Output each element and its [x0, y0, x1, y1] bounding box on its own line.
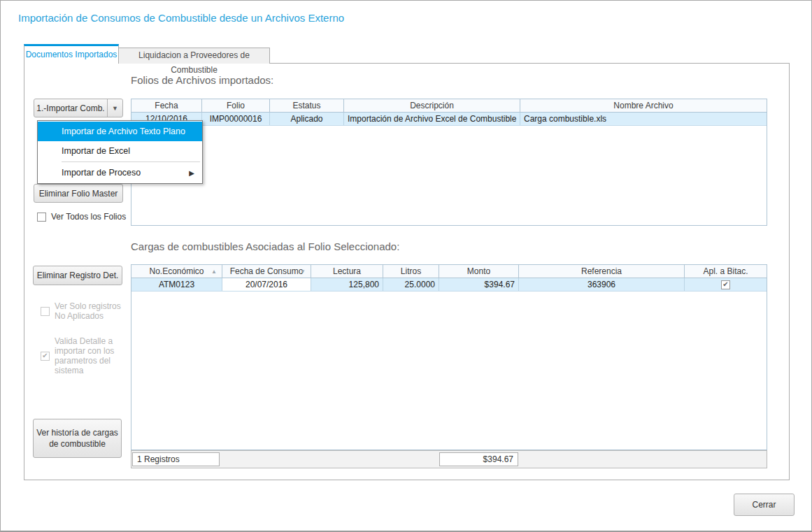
- cargas-grid-header: No.Económico ▲ Fecha de Consumo ▼ Lectur…: [131, 265, 767, 278]
- cargas-grid-footer: 1 Registros $394.67: [131, 450, 767, 468]
- cell-estatus[interactable]: Aplicado: [270, 113, 344, 125]
- column-header-fecha[interactable]: Fecha: [131, 99, 202, 112]
- cerrar-button[interactable]: Cerrar: [734, 494, 795, 516]
- checkbox-icon: [41, 307, 50, 316]
- apl-a-bitac-checkbox[interactable]: ✔: [721, 280, 730, 289]
- cell-nombre-archivo[interactable]: Carga combustible.xls: [520, 113, 767, 125]
- ver-historia-cargas-button[interactable]: Ver historía de cargas de combustible: [33, 419, 122, 458]
- column-header-descripcion[interactable]: Descripción: [344, 99, 520, 112]
- no-economico-label: No.Económico: [149, 266, 204, 276]
- fecha-consumo-label: Fecha de Consumo: [230, 266, 304, 276]
- menu-item-importar-proceso[interactable]: Importar de Proceso ▶: [38, 163, 202, 182]
- filter-down-icon[interactable]: ▼: [300, 268, 306, 275]
- sort-asc-icon[interactable]: ▲: [211, 268, 217, 275]
- cell-no-economico[interactable]: ATM0123: [131, 278, 222, 291]
- page-title: Importación de Consumos de Combustible d…: [18, 12, 344, 24]
- monto-total-box: $394.67: [439, 452, 518, 466]
- column-header-estatus[interactable]: Estatus: [270, 99, 344, 112]
- checkbox-icon[interactable]: [37, 213, 46, 222]
- cell-folio[interactable]: IMP00000016: [202, 113, 270, 125]
- column-header-apl-a-bitac[interactable]: Apl. a Bitac.: [685, 265, 767, 278]
- column-header-litros[interactable]: Litros: [383, 265, 439, 278]
- ver-todos-los-folios-label: Ver Todos los Folios: [51, 212, 126, 222]
- ver-solo-registros-label: Ver Solo registros No Aplicados: [55, 301, 128, 321]
- cell-apl-a-bitac: ✔: [685, 278, 767, 291]
- folios-table-row[interactable]: 12/10/2016 IMP00000016 Aplicado Importac…: [131, 113, 767, 126]
- eliminar-registro-det-button[interactable]: Eliminar Registro Det.: [33, 266, 122, 285]
- column-header-referencia[interactable]: Referencia: [519, 265, 685, 278]
- cargas-grid: No.Económico ▲ Fecha de Consumo ▼ Lectur…: [131, 264, 767, 450]
- checkmark-icon: ✔: [41, 352, 50, 361]
- column-header-monto[interactable]: Monto: [439, 265, 519, 278]
- folios-section-title: Folios de Archivos importados:: [131, 74, 273, 86]
- import-window: Importación de Consumos de Combustible d…: [0, 0, 812, 532]
- chevron-down-icon[interactable]: ▼: [107, 99, 122, 117]
- cargas-section-title: Cargas de combustibles Asociadas al Foli…: [131, 240, 399, 252]
- cell-fecha-consumo[interactable]: 20/07/2016: [222, 278, 311, 291]
- importar-comb-split-button[interactable]: 1.-Importar Comb. ▼: [34, 99, 123, 117]
- folios-grid: Fecha Folio Estatus Descripción Nombre A…: [131, 99, 767, 226]
- valida-detalle-checkbox: ✔ Valida Detalle a importar con los para…: [41, 336, 124, 375]
- cargas-table-row[interactable]: ATM0123 20/07/2016 125,800 25.0000 $394.…: [131, 278, 767, 292]
- ver-todos-los-folios-checkbox[interactable]: Ver Todos los Folios: [37, 212, 126, 222]
- import-context-menu: Importar de Archivo Texto Plano Importar…: [37, 120, 203, 184]
- importar-proceso-label: Importar de Proceso: [62, 168, 141, 178]
- column-header-folio[interactable]: Folio: [202, 99, 270, 112]
- menu-separator: [62, 161, 200, 162]
- cell-referencia[interactable]: 363906: [519, 278, 685, 291]
- cell-descripcion[interactable]: Importación de Archivo Excel de Combusti…: [344, 113, 520, 125]
- ver-solo-registros-checkbox: Ver Solo registros No Aplicados: [41, 301, 128, 321]
- submenu-arrow-icon: ▶: [189, 169, 194, 177]
- eliminar-folio-master-button[interactable]: Eliminar Folio Master: [34, 184, 123, 203]
- menu-item-importar-texto-plano[interactable]: Importar de Archivo Texto Plano: [38, 122, 202, 141]
- folios-grid-header: Fecha Folio Estatus Descripción Nombre A…: [131, 99, 767, 113]
- cell-lectura[interactable]: 125,800: [311, 278, 383, 291]
- column-header-nombre-archivo[interactable]: Nombre Archivo: [520, 99, 767, 112]
- importar-comb-label: 1.-Importar Comb.: [34, 103, 107, 113]
- menu-item-importar-excel[interactable]: Importar de Excel: [38, 141, 202, 161]
- column-header-lectura[interactable]: Lectura: [311, 265, 383, 278]
- tab-documentos-importados[interactable]: Documentos Importados: [24, 44, 119, 64]
- column-header-fecha-consumo[interactable]: Fecha de Consumo ▼: [222, 265, 311, 278]
- tab-liquidacion-proveedores[interactable]: Liquidacion a Proveedores de Combustible: [118, 48, 270, 64]
- cell-monto[interactable]: $394.67: [439, 278, 519, 291]
- column-header-no-economico[interactable]: No.Económico ▲: [131, 265, 222, 278]
- cell-litros[interactable]: 25.0000: [383, 278, 439, 291]
- valida-detalle-label: Valida Detalle a importar con los parame…: [55, 336, 124, 375]
- registros-count-box: 1 Registros: [132, 452, 220, 466]
